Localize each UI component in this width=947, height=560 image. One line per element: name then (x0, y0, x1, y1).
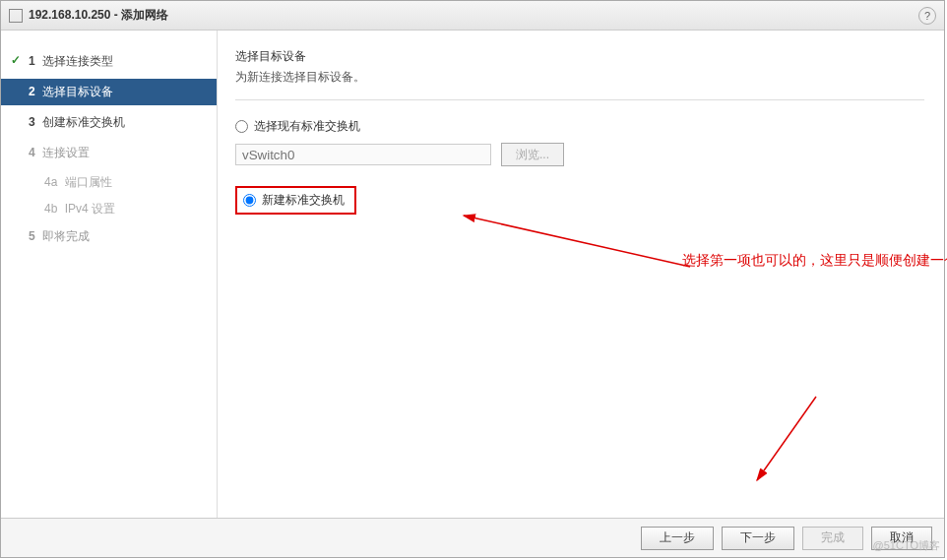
dialog-window: 192.168.10.250 - 添加网络 ? 1 选择连接类型 2 选择目标设… (0, 0, 945, 558)
title-label: 添加网络 (121, 8, 168, 22)
footer-bar: 上一步 下一步 完成 取消 (1, 518, 944, 557)
title-bar: 192.168.10.250 - 添加网络 ? (1, 1, 944, 31)
step-3-create-vswitch[interactable]: 3 创建标准交换机 (1, 109, 217, 136)
step-2-target-device[interactable]: 2 选择目标设备 (1, 79, 217, 105)
step-4a-port-properties: 4a 端口属性 (1, 170, 217, 195)
annotation-text: 选择第一项也可以的，这里只是顺便创建一个新的虚拟交换机， (682, 252, 947, 270)
window-icon (9, 9, 23, 23)
content-heading: 选择目标设备 (235, 48, 924, 65)
finish-button: 完成 (802, 527, 863, 550)
step-4-connection-settings: 4 连接设置 (1, 140, 217, 166)
content-divider (235, 99, 924, 100)
step-1-connection-type[interactable]: 1 选择连接类型 (1, 48, 217, 75)
radio-existing-label: 选择现有标准交换机 (254, 118, 360, 135)
step-num: 1 (29, 54, 35, 68)
svg-line-0 (464, 216, 690, 267)
step-label: 即将完成 (42, 229, 90, 243)
vswitch-name-input (235, 144, 491, 165)
step-label: 创建标准交换机 (42, 115, 125, 129)
svg-line-1 (757, 397, 816, 480)
dialog-body: 1 选择连接类型 2 选择目标设备 3 创建标准交换机 4 连接设置 4a 端口… (1, 31, 944, 520)
browse-button: 浏览... (501, 143, 564, 166)
step-label: 连接设置 (42, 146, 90, 159)
step-num: 2 (29, 85, 35, 98)
step-4b-ipv4-settings: 4b IPv4 设置 (1, 197, 217, 221)
substep-num: 4a (44, 175, 57, 189)
next-button[interactable]: 下一步 (722, 527, 794, 550)
annotation-arrow-1 (444, 208, 700, 296)
substep-label: IPv4 设置 (65, 202, 115, 216)
help-button[interactable]: ? (918, 7, 936, 25)
radio-new-label: 新建标准交换机 (262, 192, 345, 209)
step-label: 选择连接类型 (42, 54, 113, 68)
title-sep: - (110, 8, 121, 22)
step-num: 3 (29, 115, 35, 129)
radio-option-new-highlight: 新建标准交换机 (235, 186, 356, 215)
radio-new-vswitch[interactable] (243, 194, 256, 207)
watermark: @51CTO博客 (873, 538, 940, 553)
existing-vswitch-row: 浏览... (235, 143, 924, 166)
content-subheading: 为新连接选择目标设备。 (235, 69, 924, 86)
back-button[interactable]: 上一步 (641, 527, 714, 550)
step-5-ready-to-complete: 5 即将完成 (1, 223, 217, 250)
window-title: 192.168.10.250 - 添加网络 (29, 7, 168, 24)
substep-label: 端口属性 (65, 175, 112, 189)
wizard-sidebar: 1 选择连接类型 2 选择目标设备 3 创建标准交换机 4 连接设置 4a 端口… (1, 31, 218, 520)
substep-num: 4b (44, 202, 57, 216)
step-num: 5 (29, 229, 35, 243)
content-panel: 选择目标设备 为新连接选择目标设备。 选择现有标准交换机 浏览... 新建标准交… (218, 31, 944, 520)
radio-option-existing[interactable]: 选择现有标准交换机 (235, 118, 924, 135)
step-num: 4 (29, 146, 35, 159)
radio-existing-vswitch[interactable] (235, 120, 248, 133)
annotation-arrow-2 (737, 392, 826, 490)
title-host: 192.168.10.250 (29, 8, 110, 22)
step-label: 选择目标设备 (42, 85, 113, 98)
